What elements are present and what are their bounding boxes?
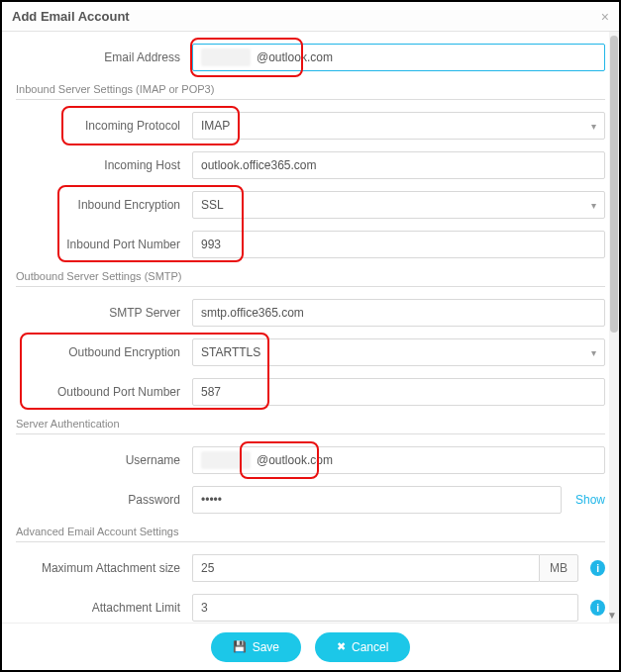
label-username: Username bbox=[16, 453, 184, 467]
modal-footer: 💾 Save ✖ Cancel bbox=[2, 623, 619, 670]
outbound-encryption-value: STARTTLS bbox=[201, 345, 260, 359]
info-icon[interactable]: i bbox=[590, 560, 605, 576]
section-inbound-title: Inbound Server Settings (IMAP or POP3) bbox=[16, 83, 605, 95]
row-password: Password ••••• Show bbox=[16, 486, 605, 514]
modal-header: Add Email Account × bbox=[2, 2, 619, 32]
attachment-limit-input[interactable]: 3 bbox=[192, 594, 578, 622]
cancel-icon: ✖ bbox=[337, 640, 346, 653]
outbound-encryption-select[interactable]: STARTTLS ▾ bbox=[192, 338, 605, 366]
scrollbar-thumb[interactable] bbox=[610, 36, 618, 333]
label-incoming-host: Incoming Host bbox=[16, 158, 184, 172]
label-smtp-server: SMTP Server bbox=[16, 306, 184, 320]
section-outbound-title: Outbound Server Settings (SMTP) bbox=[16, 270, 605, 282]
max-attachment-size-value: 25 bbox=[201, 561, 214, 575]
save-button[interactable]: 💾 Save bbox=[211, 632, 301, 662]
smtp-server-value: smtp.office365.com bbox=[201, 306, 304, 320]
label-incoming-protocol: Incoming Protocol bbox=[16, 119, 184, 133]
cancel-button[interactable]: ✖ Cancel bbox=[315, 632, 410, 662]
section-advanced-title: Advanced Email Account Settings bbox=[16, 526, 605, 537]
modal-body: Email Address @outlook.com Inbound Serve… bbox=[2, 32, 619, 623]
row-username: Username @outlook.com bbox=[16, 446, 605, 474]
row-outbound-port: Outbound Port Number 587 bbox=[16, 378, 605, 406]
add-email-account-modal: Add Email Account × Email Address @outlo… bbox=[0, 0, 621, 672]
label-outbound-port: Outbound Port Number bbox=[16, 385, 184, 399]
cancel-button-label: Cancel bbox=[352, 640, 388, 654]
section-inbound-rule bbox=[16, 99, 605, 100]
smtp-server-input[interactable]: smtp.office365.com bbox=[192, 299, 605, 327]
redacted-block bbox=[201, 48, 251, 66]
attachment-limit-value: 3 bbox=[201, 601, 208, 615]
section-auth-title: Server Authentication bbox=[16, 418, 605, 430]
username-value: @outlook.com bbox=[257, 453, 333, 467]
row-email-address: Email Address @outlook.com bbox=[16, 44, 605, 71]
incoming-host-input[interactable]: outlook.office365.com bbox=[192, 151, 605, 179]
password-value: ••••• bbox=[201, 493, 222, 507]
label-max-attachment-size: Maximum Attachment size bbox=[16, 561, 184, 575]
outbound-port-value: 587 bbox=[201, 385, 221, 399]
row-max-attachment-size: Maximum Attachment size 25 MB i bbox=[16, 554, 605, 582]
password-input[interactable]: ••••• bbox=[192, 486, 562, 514]
inbound-encryption-value: SSL bbox=[201, 198, 224, 212]
modal-title: Add Email Account bbox=[12, 9, 130, 24]
label-inbound-port: Inbound Port Number bbox=[16, 238, 184, 251]
inbound-port-value: 993 bbox=[201, 238, 221, 251]
username-input[interactable]: @outlook.com bbox=[192, 446, 605, 474]
info-icon[interactable]: i bbox=[590, 600, 605, 616]
section-auth-rule bbox=[16, 433, 605, 434]
row-incoming-protocol: Incoming Protocol IMAP ▾ bbox=[16, 112, 605, 140]
close-icon[interactable]: × bbox=[601, 9, 609, 25]
chevron-down-icon: ▾ bbox=[591, 121, 596, 132]
incoming-protocol-select[interactable]: IMAP ▾ bbox=[192, 112, 605, 140]
show-password-link[interactable]: Show bbox=[575, 493, 605, 507]
max-attachment-size-unit: MB bbox=[539, 554, 578, 582]
row-smtp-server: SMTP Server smtp.office365.com bbox=[16, 299, 605, 327]
chevron-down-icon: ▾ bbox=[591, 200, 596, 211]
row-attachment-limit: Attachment Limit 3 i bbox=[16, 594, 605, 622]
scrollbar-track[interactable] bbox=[609, 32, 619, 623]
label-outbound-encryption: Outbound Encryption bbox=[16, 345, 184, 359]
row-incoming-host: Incoming Host outlook.office365.com bbox=[16, 151, 605, 179]
outbound-port-input[interactable]: 587 bbox=[192, 378, 605, 406]
redacted-block bbox=[201, 451, 251, 469]
label-attachment-limit: Attachment Limit bbox=[16, 601, 184, 615]
email-address-value: @outlook.com bbox=[257, 50, 333, 64]
inbound-port-input[interactable]: 993 bbox=[192, 231, 605, 258]
email-address-input[interactable]: @outlook.com bbox=[192, 44, 605, 71]
row-inbound-port: Inbound Port Number 993 bbox=[16, 231, 605, 258]
inbound-encryption-select[interactable]: SSL ▾ bbox=[192, 191, 605, 219]
scroll-down-caret-icon[interactable]: ▼ bbox=[607, 610, 617, 621]
incoming-host-value: outlook.office365.com bbox=[201, 158, 317, 172]
row-outbound-encryption: Outbound Encryption STARTTLS ▾ bbox=[16, 338, 605, 366]
save-icon: 💾 bbox=[233, 640, 247, 653]
label-inbound-encryption: Inbound Encryption bbox=[16, 198, 184, 212]
chevron-down-icon: ▾ bbox=[591, 347, 596, 358]
max-attachment-size-input[interactable]: 25 bbox=[192, 554, 539, 582]
section-outbound-rule bbox=[16, 286, 605, 287]
label-email-address: Email Address bbox=[16, 50, 184, 64]
save-button-label: Save bbox=[253, 640, 279, 654]
row-inbound-encryption: Inbound Encryption SSL ▾ bbox=[16, 191, 605, 219]
section-advanced-rule bbox=[16, 541, 605, 542]
incoming-protocol-value: IMAP bbox=[201, 119, 230, 133]
label-password: Password bbox=[16, 493, 184, 507]
